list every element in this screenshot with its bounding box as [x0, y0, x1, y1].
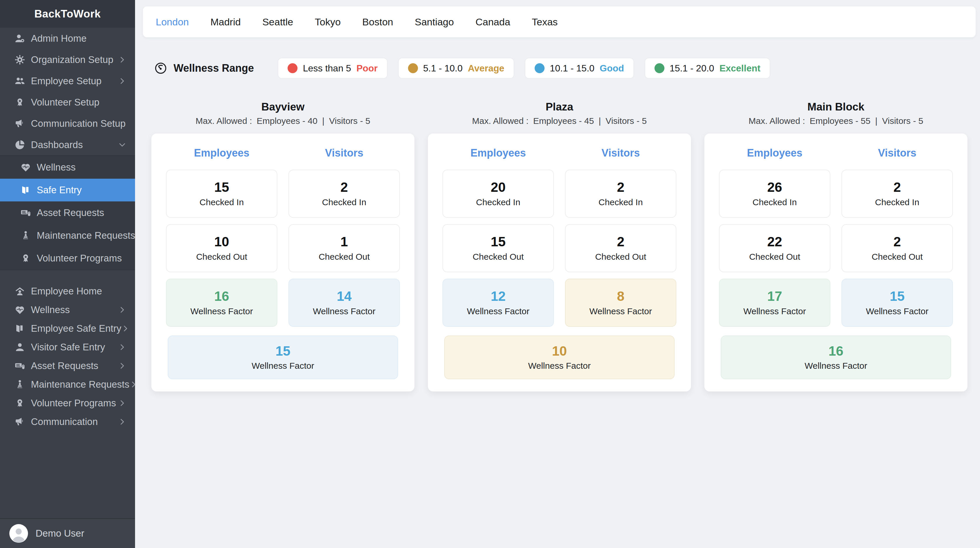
employees-checked-in-tile: 20 Checked In — [442, 170, 554, 218]
person-add-icon — [14, 33, 25, 44]
door-icon — [14, 323, 25, 334]
sidebar-item-label: Employee Setup — [31, 76, 102, 87]
devices-icon — [20, 207, 32, 219]
separator: | — [322, 116, 325, 126]
checked-out-label: Checked Out — [196, 252, 247, 262]
sidebar-item-asset-requests[interactable]: Asset Requests — [0, 356, 135, 375]
sidebar-item-visitor-safe-entry[interactable]: Visitor Safe Entry — [0, 338, 135, 356]
wellness-factor-value: 15 — [889, 289, 904, 303]
visitors-wellness-tile: 15 Wellness Factor — [842, 279, 953, 327]
sidebar-item-employee-setup[interactable]: Employee Setup — [0, 70, 135, 92]
sidebar-item-wellness[interactable]: Wellness — [0, 300, 135, 319]
employees-column-title: Employees — [442, 147, 554, 159]
location-max-allowed: Max. Allowed : Employees - 40 | Visitors… — [151, 116, 414, 126]
visitors-column-title: Visitors — [288, 147, 400, 159]
sidebar-item-organization-setup[interactable]: Organization Setup — [0, 49, 135, 70]
tab-boston[interactable]: Boston — [362, 16, 393, 28]
legend-range: 10.1 - 15.0 — [550, 63, 594, 74]
people-icon — [14, 75, 25, 87]
person-icon — [14, 342, 25, 353]
visitors-checked-out-tile: 2 Checked Out — [842, 224, 953, 272]
overall-wellness-tile: 10 Wellness Factor — [444, 335, 675, 379]
wellness-factor-value: 15 — [275, 344, 290, 358]
sidebar-item-employee-home[interactable]: Employee Home — [0, 282, 135, 300]
city-tab-bar: London Madrid Seattle Tokyo Boston Santi… — [143, 6, 975, 37]
tab-canada[interactable]: Canada — [476, 16, 510, 28]
cleaning-icon — [20, 230, 32, 241]
sidebar-item-safe-entry-dashboard[interactable]: Safe Entry — [0, 179, 135, 202]
separator: | — [598, 116, 601, 126]
chevron-right-icon — [121, 324, 129, 333]
location-title: Plaza — [428, 101, 691, 113]
legend-pill-poor: Less than 5 Poor — [278, 58, 387, 79]
location-section-main-block: Main Block Max. Allowed : Employees - 55… — [705, 101, 967, 391]
max-allowed-label: Max. Allowed : — [196, 116, 252, 126]
visitors-column-title: Visitors — [565, 147, 676, 159]
checked-out-label: Checked Out — [473, 252, 523, 262]
wellness-factor-label: Wellness Factor — [191, 307, 253, 316]
separator: | — [875, 116, 877, 126]
sidebar-item-wellness-dashboard[interactable]: Wellness — [0, 156, 135, 179]
checked-in-label: Checked In — [199, 197, 244, 207]
tab-tokyo[interactable]: Tokyo — [315, 16, 340, 28]
location-title: Bayview — [151, 101, 414, 113]
max-allowed-label: Max. Allowed : — [749, 116, 805, 126]
stat-grid: 15 Checked In 2 Checked In 10 Checked Ou… — [166, 170, 400, 327]
legend-pill-excellent: 15.1 - 20.0 Excellent — [644, 58, 771, 79]
tab-seattle[interactable]: Seattle — [262, 16, 293, 28]
gauge-icon — [154, 61, 168, 75]
sidebar-item-admin-home[interactable]: Admin Home — [0, 28, 135, 49]
sidebar-item-maintenance-requests-dashboard[interactable]: Maintenance Requests — [0, 224, 135, 247]
door-icon — [20, 184, 32, 196]
legend-pill-average: 5.1 - 10.0 Average — [398, 58, 514, 79]
max-visitors: Visitors - 5 — [882, 116, 923, 126]
location-section-plaza: Plaza Max. Allowed : Employees - 45 | Vi… — [428, 101, 691, 391]
sidebar-item-label: Employee Home — [31, 286, 102, 297]
wellness-factor-label: Wellness Factor — [528, 361, 591, 371]
visitors-checked-out-tile: 2 Checked Out — [565, 224, 676, 272]
tab-madrid[interactable]: Madrid — [210, 16, 240, 28]
chevron-right-icon — [118, 418, 126, 426]
checked-out-count: 10 — [214, 235, 229, 249]
wellness-range-title: Wellness Range — [154, 61, 254, 75]
sidebar-item-label: Wellness — [37, 162, 76, 173]
tab-santiago[interactable]: Santiago — [415, 16, 454, 28]
sidebar-item-maintenance-requests[interactable]: Maintenance Requests — [0, 375, 135, 394]
employees-column-title: Employees — [166, 147, 277, 159]
user-footer[interactable]: Demo User — [0, 518, 135, 548]
visitors-checked-in-tile: 2 Checked In — [842, 170, 953, 218]
sidebar-item-volunteer-programs[interactable]: Volunteer Programs — [0, 394, 135, 413]
sidebar-item-volunteer-programs-dashboard[interactable]: Volunteer Programs — [0, 247, 135, 270]
card-column-headers: Employees Visitors — [442, 147, 676, 159]
wellness-factor-value: 12 — [491, 289, 506, 303]
checked-out-count: 2 — [617, 235, 624, 249]
sidebar-item-communication[interactable]: Communication — [0, 413, 135, 431]
stat-grid: 26 Checked In 2 Checked In 22 Checked Ou… — [719, 170, 953, 327]
sidebar-item-label: Volunteer Programs — [37, 253, 122, 264]
checked-in-label: Checked In — [322, 197, 366, 207]
visitors-wellness-tile: 8 Wellness Factor — [565, 279, 676, 327]
sidebar-item-label: Visitor Safe Entry — [31, 342, 105, 353]
sidebar-item-asset-requests-dashboard[interactable]: Asset Requests — [0, 202, 135, 224]
overall-wellness-tile: 16 Wellness Factor — [721, 335, 951, 379]
checked-in-label: Checked In — [875, 197, 920, 207]
devices-icon — [14, 360, 25, 372]
location-card: Employees Visitors 26 Checked In 2 Check… — [705, 133, 967, 391]
tab-london[interactable]: London — [156, 16, 189, 28]
wellness-range-label: Wellness Range — [173, 62, 254, 74]
sidebar-item-employee-safe-entry[interactable]: Employee Safe Entry — [0, 319, 135, 338]
sidebar-item-volunteer-setup[interactable]: Volunteer Setup — [0, 92, 135, 113]
sidebar-item-dashboards[interactable]: Dashboards — [0, 134, 135, 156]
gear-icon — [14, 54, 25, 65]
wellness-factor-label: Wellness Factor — [805, 361, 867, 371]
card-column-headers: Employees Visitors — [166, 147, 400, 159]
checked-in-count: 15 — [214, 180, 229, 194]
checked-out-label: Checked Out — [872, 252, 923, 262]
tab-texas[interactable]: Texas — [532, 16, 558, 28]
employees-wellness-tile: 16 Wellness Factor — [166, 279, 277, 327]
sidebar-item-communication-setup[interactable]: Communication Setup — [0, 113, 135, 134]
visitors-column-title: Visitors — [842, 147, 953, 159]
wellness-factor-label: Wellness Factor — [866, 307, 929, 316]
overall-wellness-tile: 15 Wellness Factor — [168, 335, 398, 379]
location-section-bayview: Bayview Max. Allowed : Employees - 40 | … — [151, 101, 414, 391]
